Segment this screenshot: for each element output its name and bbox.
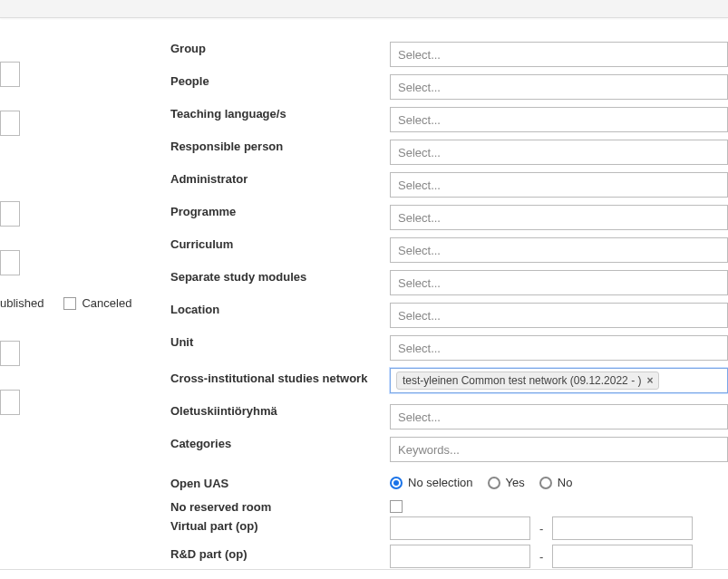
- separate-study-modules-label: Separate study modules: [170, 270, 306, 284]
- responsible-person-select[interactable]: Select...: [390, 140, 728, 165]
- unit-select[interactable]: Select...: [390, 335, 728, 361]
- radio-no-label: No: [558, 476, 573, 489]
- left-cut-input-3[interactable]: [0, 201, 20, 227]
- teaching-language-placeholder: Select...: [398, 113, 441, 127]
- programme-label: Programme: [170, 205, 236, 218]
- people-select[interactable]: Select...: [390, 74, 728, 100]
- bottom-divider: [0, 569, 728, 570]
- cross-institutional-select[interactable]: test-yleinen Common test network (09.12.…: [390, 368, 728, 393]
- separate-study-modules-placeholder: Select...: [398, 276, 441, 290]
- administrator-label: Administrator: [170, 172, 248, 186]
- status-checkbox-row: ublished Canceled: [0, 296, 131, 310]
- categories-placeholder: Keywords...: [398, 443, 460, 457]
- rd-part-range: -: [390, 545, 693, 568]
- radio-no-selection[interactable]: [390, 477, 403, 489]
- radio-yes[interactable]: [488, 477, 500, 489]
- group-placeholder: Select...: [398, 48, 441, 62]
- no-reserved-room-checkbox[interactable]: [390, 500, 403, 513]
- separate-study-modules-select[interactable]: Select...: [390, 270, 728, 295]
- open-uas-yes-option[interactable]: Yes: [488, 476, 525, 489]
- rd-part-to-input[interactable]: [552, 545, 693, 568]
- open-uas-radio-group: No selection Yes No: [390, 476, 572, 489]
- radio-yes-label: Yes: [506, 476, 525, 489]
- group-label: Group: [170, 42, 206, 55]
- canceled-label: Canceled: [82, 296, 131, 310]
- open-uas-no-option[interactable]: No: [539, 476, 573, 489]
- unit-placeholder: Select...: [398, 342, 441, 355]
- curriculum-select[interactable]: Select...: [390, 237, 728, 263]
- cross-institutional-chip-text: test-yleinen Common test network (09.12.…: [403, 374, 641, 387]
- location-select[interactable]: Select...: [390, 303, 728, 328]
- open-uas-label: Open UAS: [170, 477, 228, 490]
- virtual-part-to-input[interactable]: [552, 516, 693, 540]
- open-uas-no-selection-option[interactable]: No selection: [390, 476, 473, 489]
- oletuskiintioryhma-select[interactable]: Select...: [390, 404, 728, 429]
- administrator-select[interactable]: Select...: [390, 172, 728, 198]
- rd-part-label: R&D part (op): [170, 547, 248, 561]
- left-cut-input-2[interactable]: [0, 111, 20, 136]
- location-placeholder: Select...: [398, 309, 441, 323]
- oletuskiintioryhma-label: Oletuskiintiöryhmä: [170, 404, 277, 418]
- dash-separator-2: -: [539, 550, 543, 564]
- categories-label: Categories: [170, 437, 231, 450]
- teaching-language-select[interactable]: Select...: [390, 107, 728, 132]
- virtual-part-from-input[interactable]: [390, 516, 530, 540]
- responsible-person-placeholder: Select...: [398, 146, 441, 159]
- people-label: People: [170, 74, 209, 88]
- cross-institutional-chip[interactable]: test-yleinen Common test network (09.12.…: [396, 372, 659, 390]
- unit-label: Unit: [170, 335, 193, 349]
- location-label: Location: [170, 303, 219, 316]
- no-reserved-room-label: No reserved room: [170, 500, 271, 514]
- top-toolbar: [0, 0, 728, 18]
- published-label-partial: ublished: [0, 296, 44, 310]
- group-select[interactable]: Select...: [390, 42, 728, 67]
- teaching-language-label: Teaching language/s: [170, 107, 286, 121]
- left-cut-input-1[interactable]: [0, 62, 20, 87]
- left-cut-input-5[interactable]: [0, 341, 20, 366]
- curriculum-label: Curriculum: [170, 237, 233, 251]
- no-reserved-room-row: [390, 500, 403, 513]
- people-placeholder: Select...: [398, 81, 441, 94]
- left-cut-input-6[interactable]: [0, 390, 20, 415]
- dash-separator: -: [539, 522, 543, 536]
- left-cut-input-4[interactable]: [0, 250, 20, 275]
- responsible-person-label: Responsible person: [170, 140, 283, 153]
- rd-part-from-input[interactable]: [390, 545, 530, 568]
- categories-input[interactable]: Keywords...: [390, 437, 728, 462]
- programme-select[interactable]: Select...: [390, 205, 728, 230]
- chip-remove-icon[interactable]: ×: [646, 375, 653, 386]
- canceled-checkbox[interactable]: [63, 297, 76, 310]
- oletuskiintioryhma-placeholder: Select...: [398, 410, 441, 424]
- programme-placeholder: Select...: [398, 211, 441, 225]
- virtual-part-range: -: [390, 516, 693, 540]
- radio-no[interactable]: [539, 477, 552, 489]
- curriculum-placeholder: Select...: [398, 244, 441, 257]
- administrator-placeholder: Select...: [398, 179, 441, 192]
- virtual-part-label: Virtual part (op): [170, 519, 258, 533]
- cross-institutional-label: Cross-institutional studies network: [170, 372, 367, 385]
- radio-no-selection-label: No selection: [408, 476, 473, 489]
